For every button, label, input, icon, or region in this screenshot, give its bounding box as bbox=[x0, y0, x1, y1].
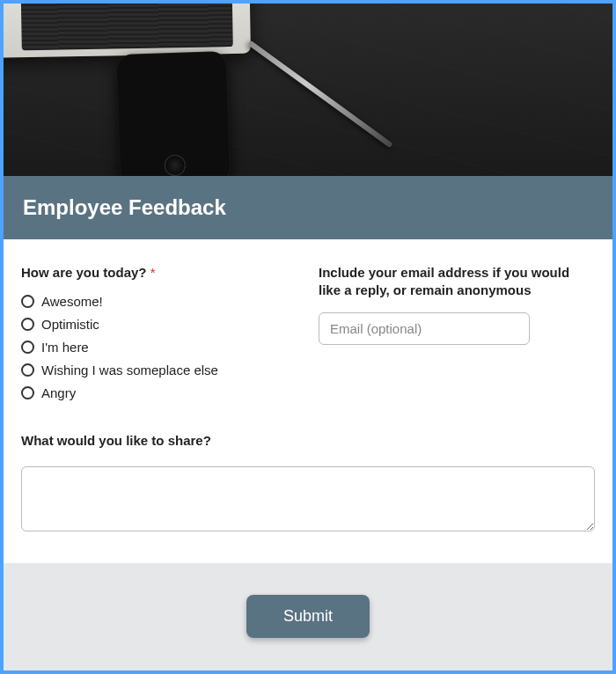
required-marker: * bbox=[150, 265, 156, 280]
radio-label: Optimistic bbox=[41, 317, 99, 332]
radio-icon bbox=[21, 295, 34, 308]
mood-radio-group: Awesome! Optimistic I'm here Wishing I w… bbox=[21, 294, 297, 400]
question-mood-label: How are you today? * bbox=[21, 264, 297, 282]
radio-someplace-else[interactable]: Wishing I was someplace else bbox=[21, 363, 297, 377]
phone-graphic bbox=[115, 51, 231, 176]
form-footer: Submit bbox=[4, 563, 612, 671]
question-mood-text: How are you today? bbox=[21, 265, 147, 280]
title-bar: Employee Feedback bbox=[4, 176, 612, 239]
form-body: How are you today? * Awesome! Optimistic… bbox=[4, 239, 612, 563]
radio-im-here[interactable]: I'm here bbox=[21, 340, 297, 355]
question-share-label: What would you like to share? bbox=[21, 432, 595, 450]
radio-icon bbox=[21, 386, 34, 399]
radio-label: I'm here bbox=[41, 340, 89, 355]
form-title: Employee Feedback bbox=[23, 195, 593, 220]
radio-icon bbox=[21, 341, 34, 354]
radio-optimistic[interactable]: Optimistic bbox=[21, 317, 297, 332]
hero-image bbox=[4, 4, 612, 176]
email-input[interactable] bbox=[319, 312, 530, 345]
question-email-label: Include your email address if you would … bbox=[319, 264, 595, 300]
form-frame: Employee Feedback How are you today? * A… bbox=[0, 0, 616, 674]
radio-icon bbox=[21, 318, 34, 331]
radio-awesome[interactable]: Awesome! bbox=[21, 294, 297, 309]
radio-label: Angry bbox=[41, 385, 76, 400]
radio-icon bbox=[21, 363, 34, 377]
radio-angry[interactable]: Angry bbox=[21, 385, 297, 400]
radio-label: Awesome! bbox=[41, 294, 103, 309]
share-textarea[interactable] bbox=[21, 466, 595, 531]
submit-button[interactable]: Submit bbox=[246, 595, 370, 638]
radio-label: Wishing I was someplace else bbox=[41, 363, 218, 377]
